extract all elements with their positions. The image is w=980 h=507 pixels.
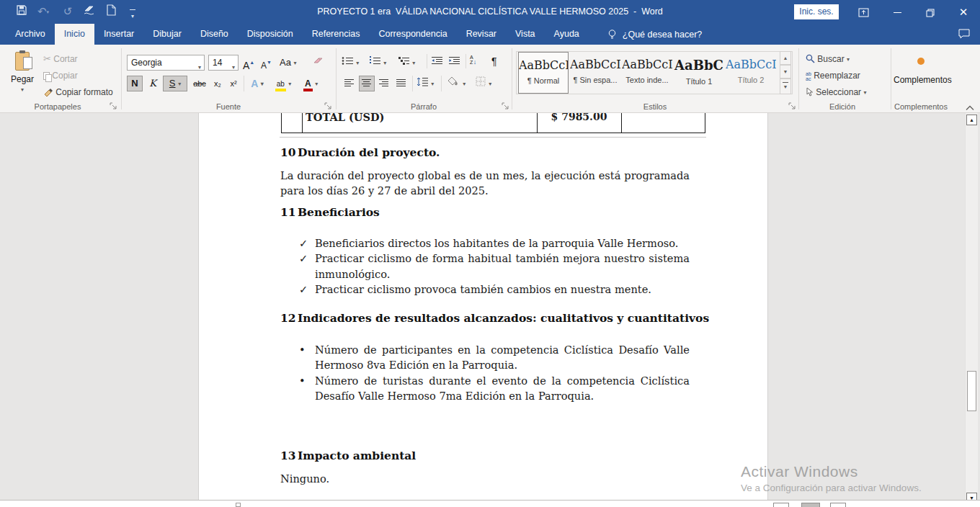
borders-icon bbox=[476, 76, 486, 86]
borders-button[interactable]: ▾ bbox=[476, 76, 491, 91]
style-titulo-1[interactable]: AaBbCTítulo 1 bbox=[674, 52, 724, 94]
tab-referencias[interactable]: Referencias bbox=[303, 24, 370, 45]
cut-button[interactable]: ✂ Cortar bbox=[43, 52, 78, 66]
increase-indent-button[interactable] bbox=[448, 55, 460, 70]
minimize-button[interactable] bbox=[881, 0, 914, 24]
tell-me-box[interactable]: ¿Qué desea hacer? bbox=[607, 24, 703, 45]
underline-dropdown-icon: ▾ bbox=[178, 81, 181, 87]
decrease-indent-button[interactable] bbox=[431, 55, 443, 70]
styles-scroll-up-button[interactable]: ▲ bbox=[780, 51, 791, 65]
bullets-icon bbox=[342, 56, 354, 66]
line-spacing-button[interactable]: ▾ bbox=[416, 76, 434, 91]
ribbon-display-options-button[interactable] bbox=[847, 0, 880, 24]
scroll-down-button[interactable]: ▼ bbox=[966, 493, 977, 500]
check-list-item: ✓Beneficiarios directos los habitantes d… bbox=[280, 235, 690, 251]
italic-button[interactable]: K bbox=[146, 76, 160, 91]
font-size-combo[interactable]: 14▾ bbox=[208, 55, 239, 71]
section-12-bullets: •Número de participantes en la competenc… bbox=[280, 342, 690, 404]
numbering-button[interactable]: ▾ bbox=[369, 55, 386, 70]
scroll-up-button[interactable]: ▲ bbox=[966, 115, 977, 125]
close-icon: ✕ bbox=[959, 6, 968, 18]
change-case-dropdown-icon: ▾ bbox=[294, 60, 297, 66]
paste-label: Pegar bbox=[7, 74, 37, 84]
style-sample: AaBbCcD bbox=[726, 58, 776, 71]
underline-button[interactable]: S ▾ bbox=[163, 76, 187, 91]
paste-button[interactable]: Pegar ▾ bbox=[7, 50, 37, 101]
multilevel-list-button[interactable]: ▾ bbox=[398, 55, 415, 70]
superscript-button[interactable]: x² bbox=[226, 76, 241, 91]
tab-archivo[interactable]: Archivo bbox=[6, 24, 55, 45]
table-cell-total-label: TOTAL (USD) bbox=[306, 113, 384, 123]
find-button[interactable]: Buscar ▾ bbox=[806, 52, 850, 66]
tab-dibujar[interactable]: Dibujar bbox=[143, 24, 191, 45]
font-color-button[interactable]: A ▾ bbox=[298, 76, 323, 91]
clipboard-dialog-launcher[interactable] bbox=[110, 102, 117, 110]
addins-button-label: Complementos bbox=[894, 75, 948, 85]
tab-revisar[interactable]: Revisar bbox=[457, 24, 506, 45]
bullet-icon: • bbox=[299, 342, 306, 357]
restore-button[interactable] bbox=[914, 0, 947, 24]
sort-button[interactable]: AZ↓ bbox=[470, 54, 476, 68]
align-left-icon bbox=[344, 78, 355, 88]
activate-windows-subtext: Ve a Configuración para activar Windows. bbox=[741, 483, 922, 493]
highlight-color-button[interactable]: ab ▾ bbox=[271, 76, 295, 91]
align-center-button[interactable] bbox=[359, 76, 375, 91]
close-button[interactable]: ✕ bbox=[947, 0, 980, 24]
align-right-icon bbox=[378, 78, 389, 88]
shading-button[interactable]: ▾ bbox=[448, 76, 466, 91]
subscript-button[interactable]: x₂ bbox=[210, 76, 225, 91]
change-case-button[interactable]: Aa ▾ bbox=[280, 55, 297, 70]
select-button[interactable]: Seleccionar ▾ bbox=[806, 85, 866, 99]
shrink-font-button[interactable]: A▼ bbox=[261, 55, 272, 70]
strikethrough-button[interactable]: abc bbox=[190, 76, 209, 91]
font-dialog-launcher[interactable] bbox=[324, 102, 332, 110]
group-divider bbox=[512, 48, 512, 109]
addins-button[interactable]: Complementos bbox=[894, 50, 948, 101]
align-left-button[interactable] bbox=[342, 76, 357, 91]
tab-vista[interactable]: Vista bbox=[506, 24, 545, 45]
style-titulo-2[interactable]: AaBbCcDTítulo 2 bbox=[726, 52, 776, 94]
scrollbar-thumb[interactable] bbox=[967, 371, 976, 411]
find-label: Buscar bbox=[817, 54, 844, 64]
collapse-ribbon-button[interactable] bbox=[966, 103, 974, 113]
web-layout-button[interactable] bbox=[830, 503, 846, 507]
copy-icon bbox=[43, 72, 50, 80]
font-name-combo[interactable]: Georgia▾ bbox=[127, 55, 205, 71]
copy-button[interactable]: Copiar bbox=[43, 68, 78, 83]
paragraph-dialog-launcher[interactable] bbox=[502, 102, 509, 110]
highlight-dropdown-icon: ▾ bbox=[288, 81, 291, 87]
read-mode-button[interactable] bbox=[773, 503, 789, 507]
styles-scroll-down-button[interactable]: ▼ bbox=[780, 65, 791, 78]
bullets-button[interactable]: ▾ bbox=[342, 55, 359, 70]
clear-formatting-button[interactable] bbox=[313, 55, 325, 69]
replace-button[interactable]: abac Reemplazar bbox=[806, 68, 860, 83]
tab-correspondencia[interactable]: Correspondencia bbox=[369, 24, 456, 45]
styles-more-button[interactable]: ▼ bbox=[780, 78, 791, 94]
print-layout-button[interactable] bbox=[801, 503, 820, 507]
grow-font-button[interactable]: A▲ bbox=[243, 55, 254, 70]
style-sin-espaciado[interactable]: AaBbCcD¶ Sin espa... bbox=[570, 52, 620, 94]
tab-inicio[interactable]: Inicio bbox=[55, 24, 94, 45]
sign-in-button[interactable]: Inic. ses. bbox=[794, 4, 839, 19]
tab-diseno[interactable]: Diseño bbox=[191, 24, 238, 45]
vertical-scrollbar[interactable]: ▲ ▼ bbox=[965, 113, 978, 500]
show-marks-button[interactable]: ¶ bbox=[491, 54, 497, 68]
tab-disposicion[interactable]: Disposición bbox=[238, 24, 303, 45]
style-texto-independiente[interactable]: AaBbCcDTexto inde... bbox=[622, 52, 672, 94]
ribbon: Pegar ▾ ✂ Cortar Copiar Copiar formato P… bbox=[0, 45, 980, 113]
tab-ayuda[interactable]: Ayuda bbox=[545, 24, 589, 45]
bold-button[interactable]: N bbox=[127, 76, 143, 91]
document-page[interactable]: TOTAL (USD) $ 7985.00 10Duración del pro… bbox=[198, 113, 768, 500]
subscript-icon: x₂ bbox=[214, 79, 221, 88]
section-10-heading: 10Duración del proyecto. bbox=[280, 145, 440, 159]
format-painter-button[interactable]: Copiar formato bbox=[43, 85, 113, 99]
tab-insertar[interactable]: Insertar bbox=[94, 24, 143, 45]
align-right-button[interactable] bbox=[376, 76, 392, 91]
feedback-button[interactable] bbox=[958, 29, 970, 42]
increase-indent-icon bbox=[448, 56, 460, 66]
text-effects-icon: A bbox=[251, 78, 258, 89]
styles-dialog-launcher[interactable] bbox=[788, 102, 796, 110]
justify-button[interactable] bbox=[393, 76, 409, 91]
style-normal[interactable]: AaBbCcD¶ Normal bbox=[518, 52, 569, 94]
text-effects-button[interactable]: A ▾ bbox=[248, 76, 267, 91]
